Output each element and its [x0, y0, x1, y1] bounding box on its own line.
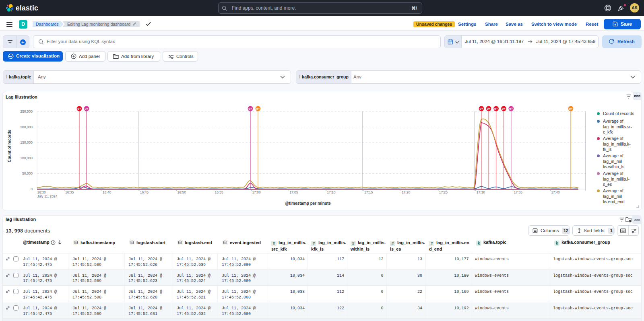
svg-text:17:10: 17:10	[327, 190, 336, 194]
svg-text:16:30: 16:30	[37, 190, 46, 194]
svg-text:9+: 9+	[85, 107, 88, 111]
svg-text:9+: 9+	[569, 107, 572, 111]
svg-text:9+: 9+	[256, 107, 260, 111]
svg-text:16:55: 16:55	[215, 190, 224, 194]
svg-text:9+: 9+	[487, 107, 490, 111]
svg-text:17:00: 17:00	[252, 190, 261, 194]
svg-text:17:35: 17:35	[514, 190, 523, 194]
svg-text:17:30: 17:30	[477, 190, 485, 194]
svg-text:16:45: 16:45	[140, 190, 149, 194]
svg-text:9+: 9+	[502, 107, 506, 111]
svg-text:Count of records: Count of records	[7, 130, 12, 162]
svg-text:17:40: 17:40	[551, 190, 560, 194]
svg-text:200,000: 200,000	[20, 125, 33, 129]
svg-text:9+: 9+	[509, 107, 513, 111]
svg-text:16:50: 16:50	[178, 190, 186, 194]
svg-text:100,000: 100,000	[20, 156, 33, 160]
svg-text:9+: 9+	[77, 107, 81, 111]
svg-text:9+: 9+	[248, 107, 252, 111]
svg-text:9+: 9+	[479, 107, 483, 111]
svg-text:17:25: 17:25	[439, 190, 448, 194]
svg-text:16:40: 16:40	[103, 190, 111, 194]
svg-text:16:35: 16:35	[65, 190, 74, 194]
svg-text:17:05: 17:05	[289, 190, 298, 194]
svg-text:50,000: 50,000	[22, 171, 33, 175]
svg-text:@timestamp per minute: @timestamp per minute	[285, 201, 331, 206]
svg-text:17:15: 17:15	[364, 190, 373, 194]
svg-text:9+: 9+	[494, 107, 498, 111]
svg-text:0: 0	[31, 187, 33, 191]
svg-text:17:20: 17:20	[402, 190, 411, 194]
svg-text:150,000: 150,000	[20, 140, 33, 144]
svg-text:July 11, 2024: July 11, 2024	[37, 194, 58, 198]
svg-text:250,000: 250,000	[20, 109, 33, 113]
